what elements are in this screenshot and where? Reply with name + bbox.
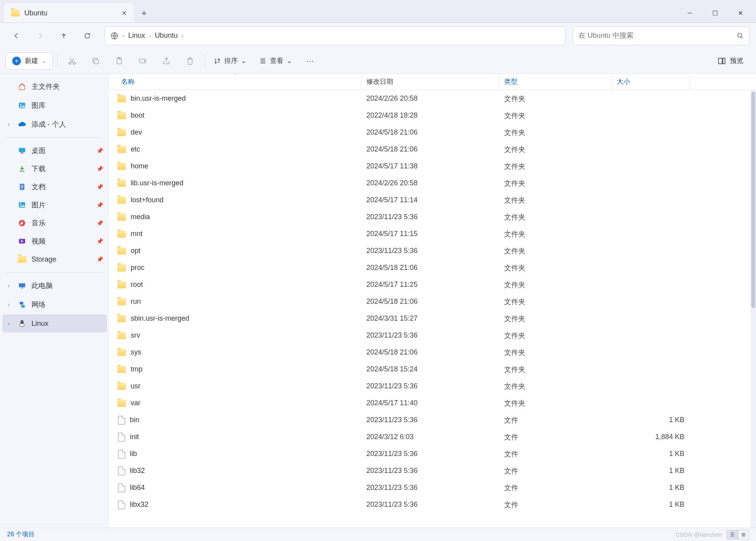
search-icon[interactable] [737,32,744,39]
pin-icon[interactable]: 📌 [96,238,103,244]
back-button[interactable] [6,26,27,46]
file-row[interactable]: boot2022/4/18 18:28文件夹 [109,107,756,124]
sort-button[interactable]: 排序 ⌄ [209,56,250,65]
folder-icon [11,9,20,17]
scrollbar-thumb[interactable] [751,92,755,308]
sidebar-quick-video[interactable]: 视频📌 [2,232,107,250]
copy-button[interactable] [86,52,105,70]
file-row[interactable]: lib322023/11/23 5:36文件1 KB [109,462,756,479]
breadcrumb-linux[interactable]: Linux [128,31,145,40]
sidebar-quick-music[interactable]: 音乐📌 [2,214,107,232]
file-row[interactable]: lib.usr-is-merged2024/2/26 20:58文件夹 [109,175,756,192]
file-row[interactable]: home2024/5/17 11:38文件夹 [109,158,756,175]
file-date: 2023/11/23 5:36 [362,467,499,475]
delete-button[interactable] [181,52,200,70]
folder-icon [117,231,126,238]
pin-icon[interactable]: 📌 [96,148,103,154]
sidebar-linux[interactable]: › Linux [2,314,107,332]
up-button[interactable] [54,26,74,46]
file-row[interactable]: bin2023/11/23 5:36文件1 KB [109,412,756,428]
file-row[interactable]: lib2023/11/23 5:36文件1 KB [109,445,756,462]
svg-point-3 [73,62,76,64]
chevron-right-icon: › [122,33,124,39]
file-date: 2024/3/12 6:03 [362,433,499,441]
file-row[interactable]: init2024/3/12 6:03文件1,884 KB [109,428,756,445]
pin-icon[interactable]: 📌 [96,166,103,172]
file-row[interactable]: etc2024/5/18 21:06文件夹 [109,141,756,158]
file-row[interactable]: opt2023/11/23 5:36文件夹 [109,242,756,259]
svg-point-24 [20,323,24,327]
new-tab-button[interactable]: ＋ [136,5,152,21]
file-row[interactable]: srv2023/11/23 5:36文件夹 [109,327,756,344]
share-button[interactable] [157,52,176,70]
sidebar-quick-folder[interactable]: Storage📌 [2,250,107,268]
file-row[interactable]: lib642023/11/23 5:36文件1 KB [109,479,756,496]
header-name[interactable]: 名称 ⌃ [109,74,362,90]
header-date[interactable]: 修改日期 [362,74,499,90]
file-row[interactable]: proc2024/5/18 21:06文件夹 [109,259,756,276]
sidebar-quick-picture[interactable]: 图片📌 [2,196,107,214]
file-row[interactable]: dev2024/5/18 21:06文件夹 [109,124,756,141]
sidebar-quick-document[interactable]: 文档📌 [2,178,107,196]
sidebar-quick-download[interactable]: 下载📌 [2,160,107,178]
file-row[interactable]: usr2023/11/23 5:36文件夹 [109,378,756,395]
folder-icon [117,197,126,204]
search-bar[interactable] [573,26,750,45]
pin-icon[interactable]: 📌 [96,256,103,262]
file-name: home [131,162,148,170]
more-button[interactable]: ⋯ [301,52,320,70]
file-row[interactable]: bin.usr-is-merged2024/2/26 20:58文件夹 [109,90,756,107]
svg-rect-8 [719,58,722,64]
sidebar-gallery[interactable]: 图库 [2,96,107,114]
sort-ascending-icon: ⌃ [233,74,237,78]
file-row[interactable]: run2024/5/18 21:06文件夹 [109,293,756,310]
header-type[interactable]: 类型 [499,74,612,90]
new-button[interactable]: + 新建 ⌄ [6,52,53,70]
forward-button[interactable] [30,26,50,46]
file-row[interactable]: sys2024/5/18 21:06文件夹 [109,344,756,361]
paste-button[interactable] [110,52,129,70]
pin-icon[interactable]: 📌 [96,220,103,226]
sidebar-onedrive[interactable]: › 添成 - 个人 [2,115,107,133]
search-input[interactable] [579,31,737,40]
file-row[interactable]: lost+found2024/5/17 11:14文件夹 [109,192,756,209]
sidebar-thispc[interactable]: › 此电脑 [2,277,107,295]
close-tab-icon[interactable]: ✕ [122,9,127,17]
file-row[interactable]: var2024/5/17 11:40文件夹 [109,395,756,412]
cut-button[interactable] [63,52,81,70]
maximize-button[interactable]: ☐ [702,5,728,21]
sidebar: 主文件夹 图库 › 添成 - 个人 桌面📌下载📌文档📌图片📌音乐📌视频📌Stor… [0,74,109,528]
file-row[interactable]: root2024/5/17 11:25文件夹 [109,276,756,293]
address-bar[interactable]: › Linux › Ubuntu › [105,26,566,45]
grid-view-button[interactable]: ⊞ [738,530,749,539]
tab-ubuntu[interactable]: Ubuntu ✕ [4,4,134,22]
pin-icon[interactable]: 📌 [96,202,103,208]
scrollbar[interactable] [750,90,756,528]
file-row[interactable]: sbin.usr-is-merged2024/3/31 15:27文件夹 [109,310,756,327]
file-row[interactable]: libx322023/11/23 5:36文件1 KB [109,496,756,513]
minimize-button[interactable]: ─ [677,5,702,21]
sidebar-home[interactable]: 主文件夹 [2,78,107,96]
file-row[interactable]: tmp2024/5/18 15:24文件夹 [109,361,756,378]
gallery-icon [17,101,27,110]
file-row[interactable]: media2023/11/23 5:36文件夹 [109,209,756,225]
file-icon [118,450,125,458]
close-button[interactable]: ✕ [728,5,753,21]
rename-button[interactable] [133,52,152,70]
file-date: 2024/5/17 11:14 [362,196,499,204]
breadcrumb-ubuntu[interactable]: Ubuntu [155,31,177,40]
refresh-button[interactable] [77,26,98,46]
chevron-down-icon: ⌄ [287,57,292,65]
file-row[interactable]: mnt2024/5/17 11:15文件夹 [109,225,756,242]
pin-icon[interactable]: 📌 [96,184,103,190]
sidebar-quick-desktop[interactable]: 桌面📌 [2,142,107,160]
preview-button[interactable]: 预览 [710,56,750,65]
file-name: libx32 [130,500,148,509]
file-date: 2023/11/23 5:36 [362,500,499,509]
header-size[interactable]: 大小 [612,74,690,90]
sidebar-network[interactable]: › 网络 [2,295,107,314]
view-button[interactable]: 查看 ⌄ [255,56,296,65]
file-name: usr [131,382,140,390]
details-view-button[interactable]: ☰ [727,530,738,539]
folder-icon [17,255,27,264]
